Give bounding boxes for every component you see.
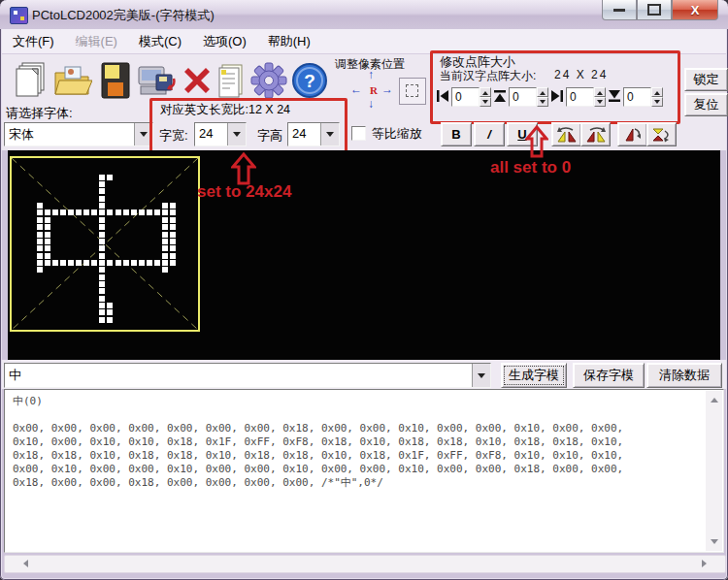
move-left-icon[interactable]: ← [350, 82, 362, 96]
output-line [13, 408, 700, 422]
new-file-button[interactable] [10, 58, 50, 103]
rotate-right-button[interactable] [580, 122, 611, 146]
char-height-dropdown[interactable] [320, 123, 339, 145]
move-down-icon[interactable]: ↓ [368, 97, 374, 111]
delete-button[interactable] [177, 58, 217, 103]
pixel-on [162, 253, 168, 259]
shrink-bottom-spin-buttons[interactable] [651, 87, 663, 107]
char-width-combo[interactable]: 24 [194, 122, 247, 146]
shrink-bottom-value[interactable]: 0 [623, 87, 651, 107]
pixel-on [170, 239, 176, 244]
bold-button[interactable]: B [441, 122, 472, 146]
report-button[interactable] [215, 58, 248, 103]
output-text[interactable]: 中(0)0x00, 0x00, 0x00, 0x00, 0x00, 0x00, … [13, 395, 700, 548]
generate-font-button[interactable]: 生成字模 [501, 363, 567, 388]
scroll-up-button[interactable] [707, 391, 721, 405]
char-input-combo[interactable]: 中 [4, 363, 491, 388]
shrink-left-spin-buttons[interactable] [480, 87, 491, 107]
export-button[interactable] [136, 58, 177, 103]
matrix-spinner-shrink-left: 0 [436, 86, 491, 108]
annotation-all-set: all set to 0 [490, 158, 571, 177]
shrink-right-value[interactable]: 0 [566, 87, 594, 107]
move-up-icon[interactable]: ↑ [368, 68, 374, 81]
output-area[interactable]: 中(0)0x00, 0x00, 0x00, 0x00, 0x00, 0x00, … [4, 389, 724, 553]
scroll-left-icon [19, 560, 28, 567]
matrix-spinner-shrink-top: 0 [493, 86, 548, 108]
char-height-combo[interactable]: 24 [287, 122, 340, 146]
pixel-grid[interactable] [10, 156, 200, 332]
vertical-scrollbar[interactable] [706, 391, 722, 551]
shrink-right-spin-buttons[interactable] [594, 87, 606, 107]
menu-item-0[interactable]: 文件(F) [2, 29, 65, 54]
spin-up-icon[interactable] [480, 87, 491, 97]
pixel-on [76, 260, 82, 266]
lock-button[interactable]: 锁定 [684, 68, 728, 91]
pixel-on [99, 260, 105, 266]
pixel-on [99, 188, 105, 194]
char-input-dropdown[interactable] [472, 364, 490, 387]
spin-up-icon[interactable] [537, 87, 548, 97]
pixel-on [37, 260, 43, 266]
annotation-arrow-up-1 [231, 152, 256, 185]
center-frame-button[interactable] [399, 78, 426, 105]
italic-button[interactable]: / [474, 122, 505, 146]
flip-horizontal-button[interactable] [617, 122, 647, 146]
menu-item-3[interactable]: 选项(O) [192, 29, 257, 54]
open-file-button[interactable] [52, 58, 93, 103]
scroll-right-button[interactable] [699, 557, 713, 569]
font-select-combo[interactable]: 宋体 [4, 122, 153, 146]
spin-down-icon[interactable] [537, 97, 548, 107]
output-line: 中(0) [13, 395, 700, 408]
report-icon [217, 62, 245, 99]
flip-vertical-icon [651, 127, 673, 143]
pixel-on [37, 245, 43, 251]
window-title: PCtoLCD2002完美版-(字符模式) [32, 7, 215, 24]
pixel-on [52, 260, 58, 266]
horizontal-scrollbar[interactable] [4, 555, 726, 573]
shrink-top-spin-buttons[interactable] [537, 87, 548, 107]
clear-data-button[interactable]: 清除数据 [646, 363, 722, 388]
spin-down-icon[interactable] [480, 97, 491, 107]
restore-button[interactable] [637, 0, 672, 20]
shrink-top-value[interactable]: 0 [509, 87, 537, 107]
save-font-button[interactable]: 保存字模 [573, 363, 645, 388]
scroll-down-button[interactable] [707, 536, 721, 551]
spin-up-icon[interactable] [594, 87, 606, 97]
shrink-left-value[interactable]: 0 [451, 87, 480, 107]
pixel-on [91, 209, 97, 215]
pixel-canvas[interactable] [8, 150, 720, 360]
rotate-left-button[interactable] [551, 122, 581, 146]
pixel-on [99, 175, 105, 180]
pixel-on [37, 253, 43, 259]
move-right-icon[interactable]: → [381, 82, 393, 96]
pixel-on [45, 239, 50, 244]
pixel-on [45, 253, 50, 259]
settings-button[interactable] [248, 58, 289, 103]
spin-down-icon[interactable] [594, 97, 606, 107]
char-width-dropdown[interactable] [227, 123, 246, 145]
title-bar[interactable]: PCtoLCD2002完美版-(字符模式) X [0, 0, 728, 29]
spin-up-icon[interactable] [651, 87, 663, 97]
pixel-on [91, 260, 97, 266]
proportional-scale-checkbox[interactable] [351, 126, 366, 141]
pixel-on [107, 175, 113, 180]
pixel-on [131, 209, 137, 215]
pixel-on [99, 196, 105, 202]
minimize-button[interactable] [602, 0, 637, 20]
scroll-left-button[interactable] [17, 557, 31, 569]
help-button[interactable]: ? [289, 58, 330, 103]
reset-button[interactable]: 复位 [684, 93, 728, 116]
save-button[interactable] [95, 58, 136, 103]
menu-item-4[interactable]: 帮助(H) [257, 29, 321, 54]
settings-gear-icon [249, 61, 288, 100]
menu-item-2[interactable]: 模式(C) [128, 29, 192, 54]
pixel-position-group: 调整像素位置 ↑ ← R → ↓ [333, 56, 430, 124]
spin-down-icon[interactable] [651, 97, 663, 107]
font-select-label: 请选择字体: [6, 105, 73, 122]
reset-position-icon[interactable]: R [370, 84, 378, 96]
matrix-spinner-shrink-right: 0 [550, 86, 606, 108]
close-button[interactable]: X [672, 0, 718, 20]
flip-vertical-button[interactable] [646, 122, 677, 146]
shrink-bottom-icon [608, 89, 622, 105]
flip-horizontal-icon [622, 127, 644, 143]
